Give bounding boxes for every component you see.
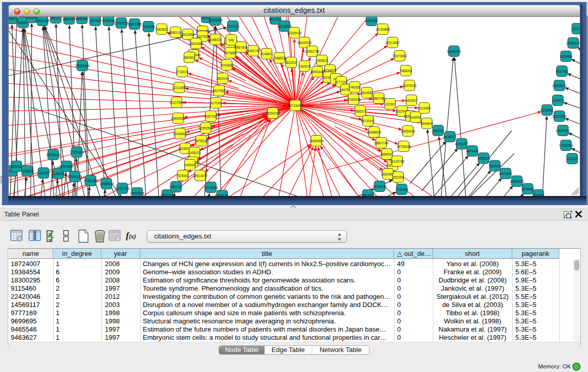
svg-text:2935114: 2935114 (477, 157, 490, 160)
svg-text:3822037: 3822037 (285, 61, 298, 64)
svg-text:2087682: 2087682 (365, 19, 378, 23)
svg-text:10107554: 10107554 (169, 101, 184, 104)
svg-text:16782759: 16782759 (115, 187, 130, 190)
svg-text:8990448: 8990448 (311, 70, 324, 74)
svg-text:7663822: 7663822 (156, 28, 168, 31)
svg-text:8878334: 8878334 (195, 139, 208, 143)
svg-text:20364436: 20364436 (346, 98, 361, 101)
svg-text:6794028: 6794028 (324, 69, 337, 72)
svg-text:9777169: 9777169 (335, 80, 348, 84)
svg-text:12505135: 12505135 (68, 175, 82, 179)
svg-text:1733426: 1733426 (396, 188, 408, 191)
svg-text:12093872: 12093872 (552, 84, 567, 87)
svg-text:9463628: 9463628 (362, 193, 375, 196)
svg-text:10653267: 10653267 (75, 17, 90, 20)
svg-text:18724007: 18724007 (288, 104, 303, 107)
svg-text:16210643: 16210643 (552, 115, 567, 118)
svg-text:16914479: 16914479 (193, 174, 208, 178)
svg-text:1588520: 1588520 (273, 56, 286, 60)
svg-text:9242848: 9242848 (221, 63, 233, 67)
svg-text:7357224: 7357224 (227, 25, 239, 28)
svg-text:252254: 252254 (393, 176, 404, 179)
svg-text:9146821: 9146821 (260, 52, 273, 56)
svg-text:164954: 164954 (410, 116, 421, 119)
svg-text:1362615: 1362615 (298, 64, 311, 68)
svg-text:17016504: 17016504 (559, 144, 574, 147)
svg-text:15692971: 15692971 (556, 129, 571, 133)
svg-text:19218506: 19218506 (277, 25, 292, 28)
svg-text:140994: 140994 (184, 163, 195, 167)
svg-text:10973493: 10973493 (393, 54, 407, 58)
svg-text:12975115: 12975115 (402, 84, 417, 87)
svg-text:6466160: 6466160 (102, 19, 115, 23)
svg-text:8215953: 8215953 (541, 108, 554, 112)
svg-text:9227342: 9227342 (556, 70, 569, 73)
svg-text:17359934: 17359934 (70, 150, 84, 154)
svg-text:9657791: 9657791 (170, 185, 183, 189)
svg-text:8427552: 8427552 (213, 89, 226, 93)
svg-text:16543362: 16543362 (189, 42, 204, 46)
svg-text:1156829: 1156829 (21, 169, 34, 173)
svg-text:15716483: 15716483 (204, 186, 219, 189)
svg-text:16120746: 16120746 (390, 160, 405, 163)
svg-text:835061: 835061 (11, 165, 22, 168)
svg-text:2942757: 2942757 (37, 171, 50, 175)
svg-text:8186328: 8186328 (209, 38, 222, 41)
svg-text:9699695: 9699695 (421, 122, 433, 125)
svg-text:12353594: 12353594 (199, 126, 213, 130)
svg-text:12213369: 12213369 (172, 86, 187, 90)
svg-text:1145194: 1145194 (52, 172, 65, 176)
svg-text:164051: 164051 (432, 129, 444, 133)
svg-text:3824554: 3824554 (361, 91, 374, 95)
svg-text:9660124: 9660124 (169, 31, 182, 34)
svg-text:19384554: 19384554 (309, 139, 324, 143)
svg-text:8454749: 8454749 (247, 49, 260, 53)
svg-text:18300295: 18300295 (266, 112, 280, 115)
svg-text:16671355: 16671355 (127, 23, 142, 26)
svg-text:7625402: 7625402 (177, 174, 189, 178)
svg-text:2803144: 2803144 (216, 77, 229, 80)
svg-text:917006: 917006 (210, 101, 222, 105)
svg-text:62160: 62160 (385, 102, 395, 106)
svg-text:7515526: 7515526 (142, 25, 155, 29)
svg-text:6479197: 6479197 (455, 142, 468, 146)
svg-text:9474444: 9474444 (466, 149, 479, 153)
svg-text:7886372: 7886372 (354, 110, 367, 113)
svg-text:16033809: 16033809 (208, 18, 223, 22)
svg-text:746266: 746266 (349, 85, 360, 89)
svg-text:20053346: 20053346 (75, 64, 90, 68)
svg-text:8912954: 8912954 (182, 33, 194, 36)
svg-text:1244419: 1244419 (552, 99, 564, 102)
svg-text:10958107: 10958107 (99, 182, 114, 186)
svg-text:989962: 989962 (184, 56, 195, 59)
svg-text:16136141: 16136141 (373, 185, 387, 188)
svg-text:9329966: 9329966 (560, 55, 573, 58)
svg-text:10923468: 10923468 (130, 191, 145, 195)
svg-text:9327505: 9327505 (197, 35, 209, 38)
svg-text:15751074: 15751074 (566, 41, 580, 45)
svg-text:8938923: 8938923 (444, 135, 456, 139)
svg-text:19654925: 19654925 (171, 117, 186, 120)
svg-text:924565: 924565 (533, 193, 544, 196)
svg-text:19166829: 19166829 (173, 132, 188, 136)
svg-text:10688609: 10688609 (367, 130, 382, 134)
svg-text:17957253: 17957253 (83, 179, 98, 183)
svg-text:10654112: 10654112 (510, 180, 524, 183)
svg-text:8267150: 8267150 (205, 115, 217, 118)
svg-text:9657792: 9657792 (161, 193, 174, 196)
svg-text:15720407: 15720407 (361, 119, 376, 123)
svg-text:116753: 116753 (567, 157, 578, 161)
svg-text:9463627: 9463627 (405, 99, 418, 102)
svg-text:9119465: 9119465 (418, 106, 431, 110)
svg-text:9884067: 9884067 (381, 152, 394, 156)
svg-text:19654923: 19654923 (401, 129, 416, 133)
svg-text:10961758: 10961758 (305, 50, 320, 53)
svg-text:18640910: 18640910 (297, 41, 312, 45)
svg-text:16154808: 16154808 (376, 28, 390, 31)
svg-text:1571648: 1571648 (216, 194, 229, 196)
svg-text:12213967: 12213967 (385, 41, 400, 45)
svg-text:10807487: 10807487 (372, 97, 386, 100)
svg-text:9853267: 9853267 (63, 17, 76, 21)
svg-text:1498222: 1498222 (188, 151, 201, 155)
svg-text:90975867: 90975867 (59, 165, 74, 168)
